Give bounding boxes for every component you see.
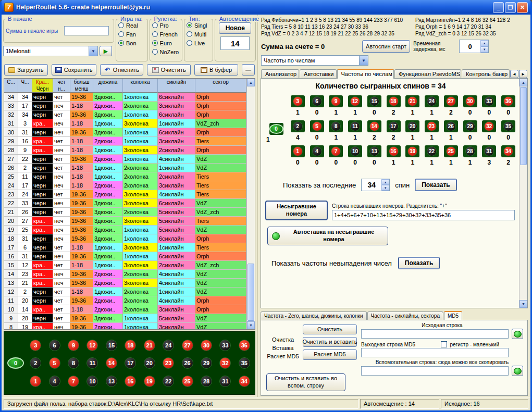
chevron-down-icon[interactable]: ▼ [89,46,97,56]
spin-up-icon[interactable]: ▲ [381,179,389,185]
radio-live[interactable]: Live [187,39,211,47]
md5-button-Очистить[interactable]: Очистить [303,324,357,334]
number-chip-10[interactable]: 10 [83,376,102,387]
number-chip-22[interactable]: 22 [159,376,178,387]
number-chip-zero[interactable]: 0 [5,357,26,369]
spin-down-icon[interactable]: ▼ [381,185,389,191]
scroll-up-icon[interactable]: ▲ [247,79,255,86]
number-chip-12[interactable]: 12 [83,340,102,351]
number-chip-25[interactable]: 25 [178,376,196,387]
show-last-value[interactable]: 34 [362,179,381,191]
table-row[interactable]: 289кра..неч1-181дюжи..3колонка2сиклайнOr… [4,146,246,155]
autospin-start-button[interactable]: Автоспин старт [362,40,410,53]
number-chip-19[interactable]: 19 [405,145,419,157]
table-row[interactable]: 2511черннеч1-181дюжи..2колонка2сиклайнTi… [4,172,246,181]
number-chip-5[interactable]: 5 [45,357,64,369]
number-chip-36[interactable]: 36 [501,95,515,107]
number-chip-23[interactable]: 23 [159,357,178,369]
number-chip-7[interactable]: 7 [329,145,343,157]
toolbar-button-clear[interactable]: Очистить [147,64,191,76]
number-chip-24[interactable]: 24 [425,95,439,107]
number-chip-4[interactable]: 4 [45,376,64,387]
show-button[interactable]: Показать [415,179,457,191]
autobet-unplayed-button[interactable]: Автоставка на несыгравшие номера [267,227,388,245]
number-chip-21[interactable]: 21 [140,340,159,351]
table-row[interactable]: 3031черннеч19-363дюжи..1колонка6сиклайнO… [4,128,246,137]
table-row[interactable]: 1014кра..чет1-182дюжи..2колонка3сиклайнO… [4,305,246,314]
table-row[interactable]: 1512кра..чет1-181дюжи..3колонка2сиклайнV… [4,261,246,270]
table-row[interactable]: 2722чернчет19-362дюжи..1колонка4сиклайнV… [4,155,246,164]
md5-source-led-button[interactable] [512,329,523,339]
number-chip-8[interactable]: 8 [329,120,343,132]
radio-singl[interactable]: Singl [187,21,211,30]
number-chip-17[interactable]: 17 [121,357,140,369]
register-checkbox[interactable] [441,341,447,347]
delay-value[interactable]: 0 [460,40,480,53]
number-chip-24[interactable]: 24 [159,340,178,351]
table-row[interactable]: 313кра..неч1-181дюжи..3колонка1сиклайнVd… [4,119,246,128]
number-chip-22[interactable]: 22 [425,145,439,157]
number-chip-28[interactable]: 28 [463,145,477,157]
number-chip-17[interactable]: 17 [387,120,401,132]
tab-Частота - Zero, шансы, дюжины, колонки[interactable]: Частота - Zero, шансы, дюжины, колонки [261,311,367,320]
number-chip-26[interactable]: 26 [444,120,458,132]
number-chip-20[interactable]: 20 [405,120,419,132]
table-row[interactable]: 1831черннеч19-363дюжи..1колонка6сиклайнO… [4,234,246,243]
number-chip-26[interactable]: 26 [178,357,196,369]
number-chip-2[interactable]: 2 [291,120,305,132]
number-chip-15[interactable]: 15 [102,340,121,351]
number-chip-6[interactable]: 6 [310,95,324,107]
table-row[interactable]: 2417черннеч1-182дюжи..2колонка3сиклайнTi… [4,181,246,190]
radio-pro[interactable]: Pro [152,21,180,30]
table-row[interactable]: 2126чернчет19-363дюжи..2колонка5сиклайнV… [4,208,246,217]
number-chip-34[interactable]: 34 [501,145,515,157]
tab-Частота - сиклайны, сектора[interactable]: Частота - сиклайны, сектора [367,311,443,320]
number-chip-13[interactable]: 13 [102,376,121,387]
number-chip-1[interactable]: 1 [26,376,45,387]
number-chip-11[interactable]: 11 [83,357,102,369]
number-chip-35[interactable]: 35 [235,357,254,369]
number-chip-19[interactable]: 19 [140,376,159,387]
number-chip-15[interactable]: 15 [367,95,381,107]
number-chip-27[interactable]: 27 [178,340,196,351]
table-row[interactable]: 3434чернчет19-363дюжи..1колонка6сиклайнO… [4,93,246,102]
table-row[interactable]: 819кра..неч19-362дюжи..1колонка3сиклайнV… [4,323,246,329]
number-chip-35[interactable]: 35 [501,120,515,132]
toolbar-button-clipboard[interactable]: В буфер [194,64,238,76]
table-scrollbar[interactable]: ▲ ▼ [246,79,255,329]
toolbar-button-floppy-disk[interactable]: Сохранить [52,64,96,76]
tab-Контроль банкр[interactable]: Контроль банкр [462,69,510,78]
number-chip-31[interactable]: 31 [482,145,496,157]
scroll-down-icon[interactable]: ▼ [519,300,527,308]
delay-spinner[interactable]: 0 ▲ ▼ [459,40,489,53]
number-chip-32[interactable]: 32 [216,357,234,369]
minimize-button[interactable]: _ [493,2,504,13]
number-chip-2[interactable]: 2 [26,357,45,369]
unplayed-string-input[interactable] [332,210,515,220]
number-chip-18[interactable]: 18 [387,95,401,107]
table-row[interactable]: 1423кра..неч19-362дюжи..2колонка4сиклайн… [4,270,246,279]
number-chip-29[interactable]: 29 [197,357,216,369]
number-chip-zero[interactable]: 0 [269,123,283,135]
tabs-scroll-left[interactable]: ◄ [510,70,518,78]
md5-aux-input[interactable] [361,366,509,376]
radio-french[interactable]: French [152,30,180,39]
tab-Частоты по числам[interactable]: Частоты по числам [337,69,394,79]
table-row[interactable]: 928чернчет19-363дюжи..1колонка5сиклайнVd… [4,314,246,323]
table-row[interactable]: 262чернчет1-181дюжи..2колонка1сиклайнVdZ [4,164,246,172]
md5-source-input[interactable] [361,329,509,339]
md5-clear-paste-aux-button[interactable]: Очистить и вставить во вспом. строку [266,373,345,391]
radio-real[interactable]: Real [118,21,145,30]
number-chip-29[interactable]: 29 [463,120,477,132]
number-chip-6[interactable]: 6 [45,340,64,351]
radio-multi[interactable]: Multi [187,30,211,39]
table-row[interactable]: 3234чернчет19-363дюжи..1колонка6сиклайнO… [4,110,246,119]
radio-euro[interactable]: Euro [152,39,180,47]
start-sum-input[interactable] [64,26,109,35]
table-row[interactable]: 3317черннеч1-182дюжи..2колонка3сиклайнOr… [4,102,246,110]
scroll-thumb[interactable] [520,87,527,165]
number-chip-11[interactable]: 11 [348,120,362,132]
tab-Функционал PsevdoMS[interactable]: Функционал PsevdoMS [394,69,461,78]
table-row[interactable]: 1631черннеч19-363дюжи..1колонка6сиклайнO… [4,252,246,261]
number-chip-27[interactable]: 27 [444,95,458,107]
